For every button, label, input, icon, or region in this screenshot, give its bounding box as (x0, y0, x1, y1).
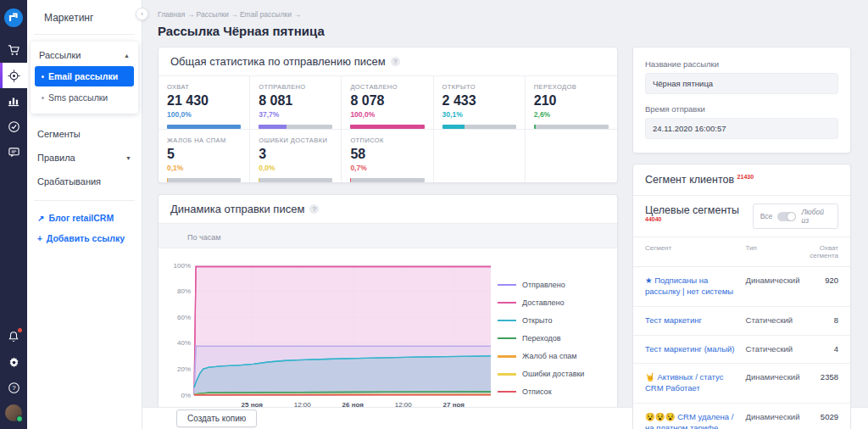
stats-card: Общая статистика по отправлению писем ? … (158, 47, 618, 183)
sidebar-item-sms-mailings[interactable]: Sms рассылки (35, 87, 134, 108)
stat-progress-bar (534, 125, 609, 129)
legend-item[interactable]: Отписок (498, 387, 584, 396)
stat-label: ОТКРЫТО (442, 83, 516, 91)
stat-percent: 2,6% (534, 110, 609, 119)
create-copy-button[interactable]: Создать копию (176, 410, 257, 427)
sidebar-item-email-mailings[interactable]: Email рассылки (35, 66, 134, 86)
segment-row[interactable]: ★ Подписаны на рассылку | нет системыДин… (633, 267, 850, 307)
add-link-button[interactable]: + Добавить ссылку (27, 228, 142, 248)
stat-cell: ОТПРАВЛЕНО8 08137,7% (250, 76, 342, 129)
segment-type: Статический (746, 344, 804, 354)
segment-name-link[interactable]: 🤘 Активных / статус CRM Работает (645, 372, 746, 394)
sidebar-divider (34, 200, 135, 201)
mailing-name-field[interactable] (645, 73, 838, 94)
chats-bubble-icon[interactable] (0, 139, 27, 164)
tasks-check-icon[interactable] (0, 114, 27, 139)
page-title: Рассылка Чёрная пятница (158, 24, 853, 38)
match-mode-toggle[interactable]: Все Любой из (753, 203, 838, 229)
chevron-up-icon: ▲ (124, 53, 130, 58)
user-avatar[interactable] (0, 400, 27, 426)
stat-cell-empty (434, 130, 526, 182)
mailings-group-header[interactable]: Рассылки ▲ (31, 45, 138, 65)
stat-cell: ОХВАТ21 430100,0% (159, 76, 250, 129)
stat-progress-bar (167, 178, 241, 182)
sidebar-item-triggers[interactable]: Срабатывания (27, 170, 142, 193)
svg-text:20%: 20% (177, 365, 191, 373)
legend-item[interactable]: Открыто (498, 316, 584, 325)
marketing-sidebar: Маркетинг Рассылки ▲ Email рассылки Sms … (27, 0, 142, 429)
stat-percent: 0,1% (167, 164, 241, 172)
orders-cart-icon[interactable] (0, 37, 27, 63)
rules-label: Правила (37, 153, 75, 163)
col-reach[interactable]: Охват сегмента (804, 244, 838, 259)
stat-value: 58 (350, 147, 424, 162)
segment-type: Динамический (746, 412, 804, 421)
legend-item[interactable]: Жалоб на спам (498, 352, 584, 360)
retailcrm-logo[interactable] (0, 5, 27, 31)
emails-dynamics-chart: 0%20%40%60%80%100%25 ноя12:0026 ноя12:00… (167, 257, 498, 414)
segment-name-link[interactable]: Тест маркетинг (645, 315, 746, 326)
segment-row[interactable]: Тест маркетингСтатический8 (633, 307, 850, 336)
segment-row[interactable]: Тест маркетинг (малый)Статический4 (633, 336, 850, 365)
analytics-chart-icon[interactable] (0, 88, 27, 114)
send-time-field[interactable] (645, 118, 838, 139)
legend-label: Отписок (522, 387, 552, 396)
legend-item[interactable]: Ошибки доставки (498, 370, 584, 378)
chart-card: Динамика отправки писем ? По часам 0%20%… (158, 194, 618, 421)
segment-name-link[interactable]: Тест маркетинг (малый) (645, 344, 746, 355)
notifications-bell-icon[interactable] (0, 324, 27, 349)
segment-reach: 2358 (804, 372, 838, 382)
legend-label: Жалоб на спам (522, 352, 576, 360)
stat-cell: ОТПИСОК580,7% (342, 130, 433, 182)
chevron-down-icon: ▼ (125, 155, 131, 161)
toggle-switch[interactable] (777, 212, 796, 221)
sidebar-item-rules[interactable]: Правила ▼ (27, 146, 142, 170)
legend-color-swatch (498, 302, 516, 304)
stat-value: 21 430 (167, 93, 241, 109)
stat-label: ОШИБКИ ДОСТАВКИ (259, 136, 332, 144)
brand-logo-icon (4, 8, 23, 27)
stats-card-title: Общая статистика по отправлению писем (170, 55, 386, 68)
blog-link[interactable]: ↗ Блог retailCRM (27, 208, 142, 228)
svg-text:60%: 60% (177, 314, 191, 321)
sidebar-collapse-button[interactable]: ‹ (136, 8, 148, 20)
target-count-badge: 44040 (645, 216, 661, 222)
segment-name-link[interactable]: 😵😵😵 CRM удалена / на платном тарифе (645, 412, 746, 429)
segment-reach: 8 (804, 315, 838, 325)
legend-color-swatch (498, 373, 516, 376)
segments-table-body: ★ Подписаны на рассылку | нет системыДин… (633, 267, 850, 429)
legend-label: Ошибки доставки (522, 370, 584, 378)
sidebar-item-segments[interactable]: Сегменты (27, 122, 142, 146)
col-type[interactable]: Тип (746, 244, 804, 259)
help-question-icon[interactable]: ? (0, 375, 27, 400)
stat-percent: 100,0% (350, 110, 424, 119)
stat-progress-bar (167, 125, 241, 129)
icon-rail: ? (0, 0, 27, 429)
stat-value: 3 (259, 147, 332, 162)
legend-item[interactable]: Доставлено (498, 298, 584, 307)
help-tooltip-icon[interactable]: ? (391, 57, 400, 66)
notification-badge (18, 328, 22, 332)
segment-row[interactable]: 😵😵😵 CRM удалена / на платном тарифеДинам… (633, 404, 850, 429)
client-segment-card: Сегмент клиентов 21430 Целевые сегменты … (632, 164, 851, 429)
settings-gear-icon[interactable] (0, 349, 27, 375)
svg-text:?: ? (12, 384, 16, 392)
tab-by-hours[interactable]: По часам (187, 233, 220, 242)
stat-value: 5 (167, 147, 241, 162)
help-tooltip-icon[interactable]: ? (309, 204, 319, 214)
segment-row[interactable]: 🤘 Активных / статус CRM РаботаетДинамиче… (633, 364, 850, 404)
breadcrumb[interactable]: Главная → Рассылки → Email рассылки → (158, 10, 853, 19)
send-time-label: Время отправки (645, 104, 838, 114)
stat-cell: ОТКРЫТО2 43330,1% (434, 76, 526, 129)
legend-item[interactable]: Отправлено (498, 281, 584, 289)
legend-item[interactable]: Переходов (498, 334, 584, 343)
col-segment[interactable]: Сегмент (645, 244, 746, 259)
marketing-target-icon[interactable] (0, 63, 27, 88)
segment-name-link[interactable]: ★ Подписаны на рассылку | нет системы (645, 276, 746, 298)
legend-color-swatch (498, 337, 516, 339)
app-window: ? Маркетинг Рассылки ▲ Email рассылки Sm… (0, 0, 868, 429)
external-link-icon: ↗ (37, 214, 44, 223)
segment-card-title: Сегмент клиентов 21430 (633, 164, 850, 196)
sms-mailings-label: Sms рассылки (48, 92, 108, 103)
stat-label: ОТПИСОК (350, 136, 424, 144)
